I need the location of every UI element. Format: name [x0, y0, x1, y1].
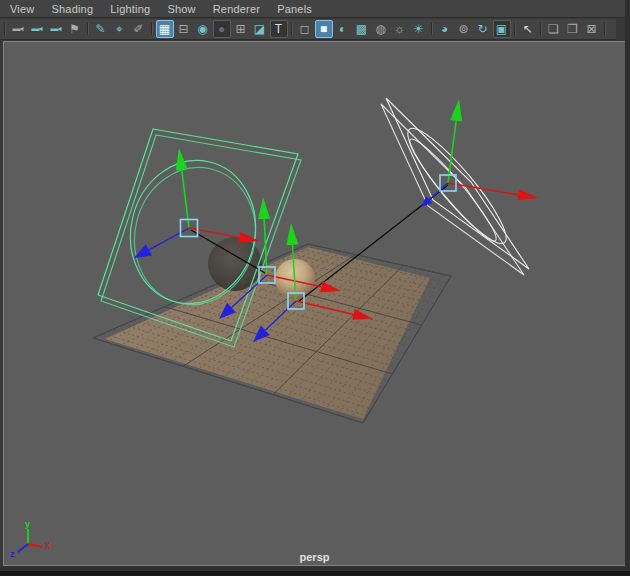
gizmo-y-label: y — [25, 519, 30, 529]
textured-display-icon[interactable]: ▩ — [353, 20, 371, 38]
all-lights-icon[interactable]: ☀ — [410, 20, 428, 38]
ambient-occlusion-icon[interactable]: ↻ — [474, 20, 492, 38]
shadows-toggle-icon[interactable]: ◕ — [436, 20, 454, 38]
gizmo-x-axis — [28, 544, 42, 547]
isolate-select-icon[interactable]: ⊠ — [583, 20, 601, 38]
menu-renderer[interactable]: Renderer — [213, 3, 260, 15]
move-manipulator-right-light[interactable] — [421, 99, 538, 207]
light-plane-outline — [386, 98, 529, 269]
menu-view[interactable]: View — [10, 3, 34, 15]
shaded-textured-icon[interactable]: ◐ — [334, 20, 352, 38]
view-axis-gizmo: y x z — [10, 519, 50, 559]
multisampling-icon[interactable]: ▣ — [493, 20, 511, 38]
film-gate-icon[interactable]: ⊟ — [175, 20, 193, 38]
viewport-toolbar: ▬◂▬◂▬◂⚑✎⌖✐▦⊟◉●⊞◪T◻■◐▩◍☼☀◕⊚↻▣↖❏❐⊠ — [0, 19, 616, 40]
toolbar-separator — [148, 20, 155, 38]
xray-joints-icon[interactable]: ❐ — [564, 20, 582, 38]
camera-attributes-icon[interactable]: ▬◂ — [47, 20, 65, 38]
y-axis-arrow-head[interactable] — [286, 223, 298, 245]
shaded-display-icon[interactable]: ■ — [315, 20, 333, 38]
menu-show[interactable]: Show — [167, 3, 195, 15]
right-edge-chrome — [625, 0, 630, 576]
window-bottom-border — [0, 571, 630, 576]
toolbar-separator — [84, 20, 91, 38]
gizmo-z-label: z — [10, 549, 15, 559]
lock-camera-icon[interactable]: ▬◂ — [28, 20, 46, 38]
safe-action-icon[interactable]: ● — [213, 20, 231, 38]
resolution-gate-icon[interactable]: ⊞ — [232, 20, 250, 38]
toolbar-separator — [511, 20, 518, 38]
toolbar-separator — [288, 20, 295, 38]
hud-toggle-icon[interactable]: T — [270, 20, 288, 38]
toolbar-separator — [601, 20, 608, 38]
z-axis-arrow-shaft[interactable] — [149, 228, 189, 250]
bookmark-icon[interactable]: ⚑ — [66, 20, 84, 38]
camera-name-label: persp — [300, 551, 330, 563]
y-axis-arrow-head[interactable] — [176, 148, 188, 171]
grease-pencil-icon[interactable]: ✐ — [130, 20, 148, 38]
x-axis-arrow-head[interactable] — [517, 189, 538, 200]
gizmo-z-axis — [18, 544, 28, 552]
grid-toggle-icon[interactable]: ▦ — [156, 20, 174, 38]
wireframe-display-icon[interactable]: ◻ — [296, 20, 314, 38]
no-lights-icon[interactable]: ☼ — [391, 20, 409, 38]
toolbar-separator — [428, 20, 435, 38]
image-plane-icon[interactable]: ◪ — [251, 20, 269, 38]
paint-effects-icon[interactable]: ✎ — [92, 20, 110, 38]
light-disc-outline — [397, 119, 517, 253]
scene-svg[interactable]: y x z — [4, 42, 625, 565]
y-axis-arrow-head[interactable] — [450, 99, 462, 122]
xray-display-icon[interactable]: ❏ — [545, 20, 563, 38]
field-chart-icon[interactable]: ◉ — [194, 20, 212, 38]
panel-menu-bar: ViewShadingLightingShowRendererPanels — [0, 0, 630, 18]
menu-lighting[interactable]: Lighting — [110, 3, 150, 15]
toolbar-separator — [1, 20, 8, 38]
motion-blur-icon[interactable]: ⊚ — [455, 20, 473, 38]
gizmo-x-label: x — [45, 540, 50, 550]
maya-viewport-window: ViewShadingLightingShowRendererPanels ▬◂… — [0, 0, 630, 576]
z-axis-arrow-head[interactable] — [134, 244, 152, 258]
select-camera-icon[interactable]: ▬◂ — [9, 20, 27, 38]
default-material-icon[interactable]: ◍ — [372, 20, 390, 38]
menu-panels[interactable]: Panels — [277, 3, 312, 15]
menu-shading[interactable]: Shading — [51, 3, 93, 15]
move-manipulator-left-light[interactable] — [134, 148, 259, 258]
perspective-viewport[interactable]: y x z persp — [3, 41, 626, 566]
object-selection-icon[interactable]: ↖ — [519, 20, 537, 38]
toolbar-separator — [537, 20, 544, 38]
zoom-pan-tool-icon[interactable]: ⌖ — [111, 20, 129, 38]
y-axis-arrow-head[interactable] — [258, 197, 270, 219]
